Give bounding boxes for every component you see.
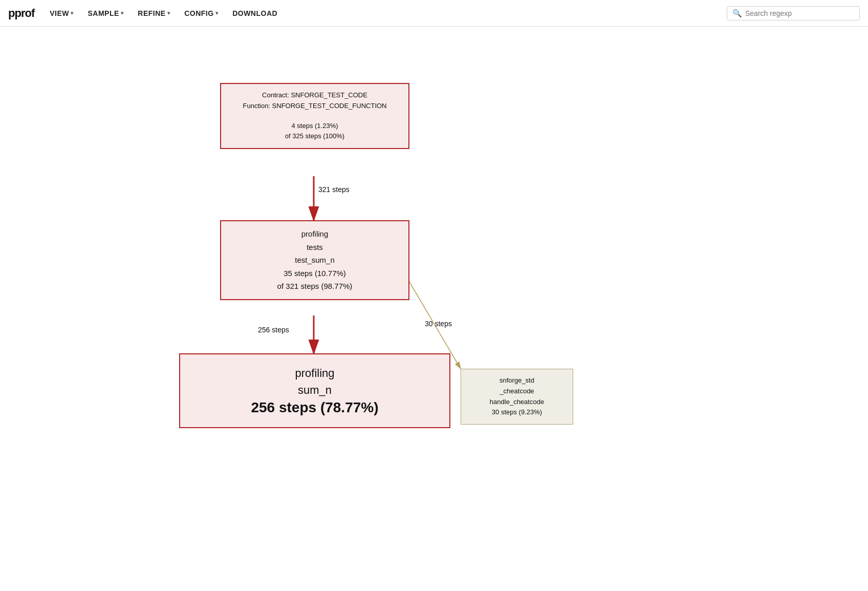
node-bottom-line2: sum_n: [188, 382, 441, 398]
nav-config-label: CONFIG: [184, 9, 213, 17]
node-middle-line3: test_sum_n: [229, 254, 400, 267]
node-bottom-line1: profiling: [188, 365, 441, 382]
node-middle-line1: profiling: [229, 227, 400, 241]
node-bottom-main[interactable]: profiling sum_n 256 steps (78.77%): [179, 353, 450, 428]
node-root-line1: Contract: SNFORGE_TEST_CODE: [229, 90, 400, 101]
node-alt-line4: 30 steps (9.23%): [468, 407, 566, 418]
nav-refine-label: REFINE: [138, 9, 165, 17]
edge-label-middle-alt: 30 steps: [425, 320, 452, 328]
search-icon: 🔍: [732, 9, 742, 18]
nav-refine-arrow: ▾: [167, 10, 170, 16]
nav-sample-arrow: ▾: [121, 10, 124, 16]
node-bottom-line3: 256 steps (78.77%): [188, 398, 441, 417]
node-root-line3: 4 steps (1.23%): [229, 121, 400, 132]
edge-label-middle-bottom: 256 steps: [258, 326, 289, 334]
navbar: pprof VIEW ▾ SAMPLE ▾ REFINE ▾ CONFIG ▾ …: [0, 0, 868, 27]
node-middle[interactable]: profiling tests test_sum_n 35 steps (10.…: [220, 220, 409, 300]
node-middle-line4: 35 steps (10.77%): [229, 267, 400, 280]
node-alt-line3: handle_cheatcode: [468, 397, 566, 408]
nav-view-label: VIEW: [50, 9, 69, 17]
node-middle-line2: tests: [229, 241, 400, 254]
nav-download[interactable]: DOWNLOAD: [227, 6, 283, 20]
nav-sample-label: SAMPLE: [88, 9, 119, 17]
graph-container: Contract: SNFORGE_TEST_CODE Function: SN…: [0, 27, 868, 590]
nav-refine[interactable]: REFINE ▾: [133, 6, 175, 20]
main-content: Contract: SNFORGE_TEST_CODE Function: SN…: [0, 27, 868, 591]
node-root[interactable]: Contract: SNFORGE_TEST_CODE Function: SN…: [220, 83, 409, 149]
graph-edges: [0, 27, 868, 590]
nav-view[interactable]: VIEW ▾: [45, 6, 78, 20]
node-alt-line1: snforge_std: [468, 375, 566, 386]
nav-download-label: DOWNLOAD: [232, 9, 277, 17]
nav-sample[interactable]: SAMPLE ▾: [82, 6, 128, 20]
node-bottom-alt[interactable]: snforge_std _cheatcode handle_cheatcode …: [461, 369, 573, 425]
search-box: 🔍: [727, 6, 860, 20]
node-root-line2: Function: SNFORGE_TEST_CODE_FUNCTION: [229, 101, 400, 112]
app-logo[interactable]: pprof: [8, 7, 34, 20]
nav-view-arrow: ▾: [71, 10, 74, 16]
node-root-line4: of 325 steps (100%): [229, 131, 400, 142]
nav-config-arrow: ▾: [215, 10, 219, 16]
search-input[interactable]: [745, 9, 854, 17]
edge-label-root-middle: 321 steps: [318, 185, 350, 194]
node-alt-line2: _cheatcode: [468, 386, 566, 397]
node-middle-line5: of 321 steps (98.77%): [229, 280, 400, 293]
nav-config[interactable]: CONFIG ▾: [179, 6, 223, 20]
